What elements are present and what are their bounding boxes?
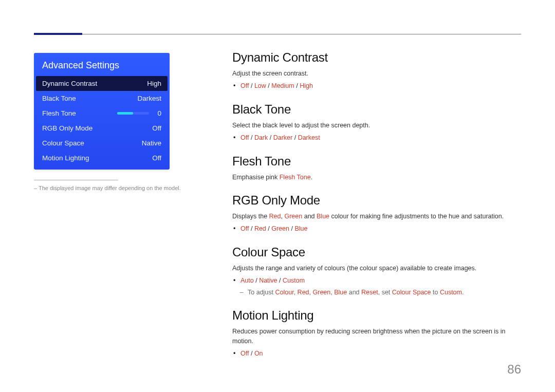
osd-row-label: Black Tone: [42, 95, 76, 102]
osd-row-value: Darkest: [137, 95, 161, 102]
sub-colour-space: To adjust Colour, Red, Green, Blue and R…: [232, 288, 517, 297]
heading-flesh-tone: Flesh Tone: [232, 154, 517, 169]
osd-row-colour-space[interactable]: Colour SpaceNative: [34, 136, 170, 151]
osd-row-flesh-tone[interactable]: Flesh Tone0: [34, 106, 170, 121]
heading-black-tone: Black Tone: [232, 102, 517, 117]
osd-title: Advanced Settings: [34, 53, 170, 76]
osd-row-label: Motion Lighting: [42, 154, 89, 162]
section-dynamic-contrast: Dynamic Contrast Adjust the screen contr…: [232, 50, 517, 91]
osd-row-black-tone[interactable]: Black ToneDarkest: [34, 91, 170, 106]
manual-page: Advanced Settings Dynamic ContrastHighBl…: [0, 0, 555, 392]
desc-flesh-tone: Emphasise pink Flesh Tone.: [232, 173, 517, 182]
osd-row-rgb-only-mode[interactable]: RGB Only ModeOff: [34, 121, 170, 136]
opts-black-tone: Off / Dark / Darker / Darkest: [240, 133, 517, 143]
desc-black-tone: Select the black level to adjust the scr…: [232, 121, 517, 130]
heading-motion-lighting: Motion Lighting: [232, 308, 517, 323]
heading-dynamic-contrast: Dynamic Contrast: [232, 50, 517, 65]
page-number: 86: [507, 362, 521, 377]
opts-motion-lighting: Off / On: [240, 349, 517, 359]
osd-slider-wrap: 0: [117, 109, 161, 117]
desc-colour-space: Adjusts the range and variety of colours…: [232, 264, 517, 273]
opts-dynamic-contrast: Off / Low / Medium / High: [240, 81, 517, 91]
heading-rgb-only-mode: RGB Only Mode: [232, 193, 517, 208]
desc-dynamic-contrast: Adjust the screen contrast.: [232, 69, 517, 78]
section-flesh-tone: Flesh Tone Emphasise pink Flesh Tone.: [232, 154, 517, 182]
desc-rgb-only-mode: Displays the Red, Green and Blue colour …: [232, 212, 517, 221]
opts-rgb-only-mode: Off / Red / Green / Blue: [240, 224, 517, 234]
osd-slider[interactable]: [117, 112, 149, 115]
osd-row-label: Dynamic Contrast: [42, 80, 97, 87]
header-accent: [34, 33, 82, 35]
header-divider: [34, 34, 521, 34]
osd-row-value: High: [137, 80, 161, 87]
content-area: Dynamic Contrast Adjust the screen contr…: [232, 50, 517, 369]
osd-row-dynamic-contrast[interactable]: Dynamic ContrastHigh: [36, 76, 168, 91]
desc-motion-lighting: Reduces power consumption by reducing sc…: [232, 327, 517, 345]
osd-row-value: 0: [154, 109, 161, 117]
osd-row-label: Colour Space: [42, 139, 84, 147]
osd-row-motion-lighting[interactable]: Motion LightingOff: [34, 151, 170, 165]
osd-row-label: RGB Only Mode: [42, 124, 92, 132]
section-black-tone: Black Tone Select the black level to adj…: [232, 102, 517, 143]
osd-row-value: Native: [137, 139, 161, 147]
section-motion-lighting: Motion Lighting Reduces power consumptio…: [232, 308, 517, 358]
osd-advanced-settings-panel: Advanced Settings Dynamic ContrastHighBl…: [34, 53, 170, 170]
osd-row-label: Flesh Tone: [42, 109, 76, 117]
section-colour-space: Colour Space Adjusts the range and varie…: [232, 245, 517, 297]
footnote-divider: [34, 180, 118, 180]
section-rgb-only-mode: RGB Only Mode Displays the Red, Green an…: [232, 193, 517, 234]
osd-row-value: Off: [137, 124, 161, 132]
footnote-text: – The displayed image may differ dependi…: [34, 185, 181, 191]
osd-row-value: Off: [137, 154, 161, 162]
heading-colour-space: Colour Space: [232, 245, 517, 259]
opts-colour-space: Auto / Native / Custom: [240, 276, 517, 286]
